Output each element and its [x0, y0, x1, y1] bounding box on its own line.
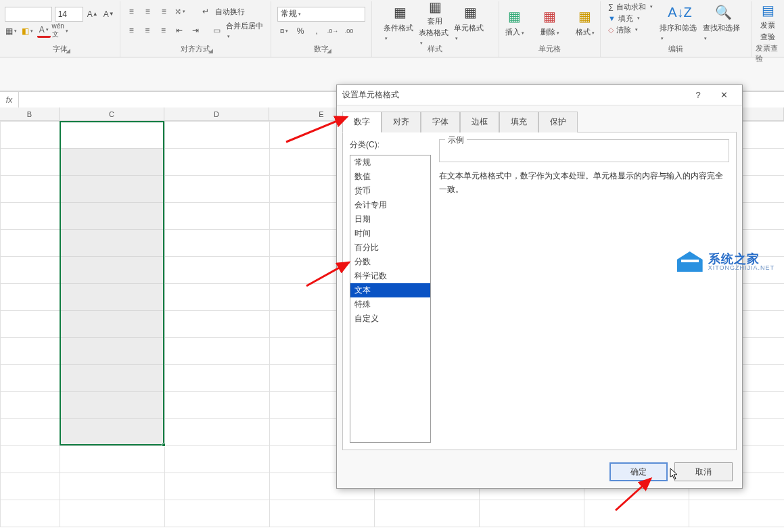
- font-color-icon[interactable]: A: [37, 24, 51, 38]
- group-editing: ∑自动求和 ▼填充 ◇清除 A↓Z排序和筛选 🔍查找和选择 编辑: [601, 1, 752, 57]
- format-cells-dialog: 设置单元格格式 ? ✕ 数字 对齐 字体 边框 填充 保护 分类(C): 常规数…: [336, 84, 743, 489]
- sort-filter-icon: A↓Z: [670, 3, 689, 22]
- autosum-button[interactable]: ∑自动求和: [608, 2, 657, 12]
- comma-icon[interactable]: ,: [310, 24, 323, 38]
- help-icon[interactable]: ?: [685, 85, 711, 105]
- category-item[interactable]: 货币: [350, 184, 430, 198]
- tab-protection[interactable]: 保护: [538, 112, 578, 132]
- insert-icon: ▦: [505, 7, 524, 26]
- tab-fill[interactable]: 填充: [499, 112, 538, 132]
- fx-icon[interactable]: fx: [0, 92, 19, 107]
- format-icon: ▦: [576, 7, 595, 26]
- group-styles: ▦条件格式 ▦套用表格格式 ▦单元格式 样式: [372, 1, 499, 57]
- align-bottom-icon[interactable]: ≡: [157, 5, 170, 18]
- format-button[interactable]: ▦格式: [569, 2, 601, 43]
- close-icon[interactable]: ✕: [711, 85, 737, 105]
- category-item[interactable]: 分数: [350, 255, 430, 269]
- align-top-icon[interactable]: ≡: [124, 5, 138, 18]
- cell-styles-button[interactable]: ▦单元格式: [454, 2, 486, 43]
- alignment-group-label: 对齐方式: [181, 45, 210, 53]
- ok-button[interactable]: 确定: [609, 462, 668, 481]
- tab-border[interactable]: 边框: [460, 112, 499, 132]
- merge-center-icon[interactable]: ▭: [210, 24, 224, 37]
- category-item[interactable]: 自定义: [350, 312, 430, 326]
- wrap-text-icon[interactable]: ↵: [199, 5, 212, 18]
- sort-filter-button[interactable]: A↓Z排序和筛选: [660, 2, 700, 43]
- category-item[interactable]: 日期: [350, 212, 430, 226]
- align-right-icon[interactable]: ≡: [157, 24, 170, 37]
- find-select-button[interactable]: 🔍查找和选择: [703, 2, 743, 43]
- align-middle-icon[interactable]: ≡: [141, 5, 154, 18]
- group-invoice: ▤发票查验 发票查验: [752, 1, 784, 57]
- group-number: 常规 ¤ % , .0→ .00 数字◢: [271, 1, 372, 57]
- category-item[interactable]: 数值: [350, 170, 430, 184]
- number-format-combo[interactable]: 常规: [277, 7, 365, 22]
- category-item[interactable]: 常规: [350, 155, 430, 170]
- table-format-button[interactable]: ▦套用表格格式: [419, 2, 451, 43]
- tab-number[interactable]: 数字: [342, 112, 382, 132]
- fill-button[interactable]: ▼填充: [608, 14, 657, 24]
- category-item[interactable]: 文本: [350, 283, 430, 297]
- category-item[interactable]: 会计专用: [350, 198, 430, 212]
- align-center-icon[interactable]: ≡: [141, 24, 154, 37]
- align-left-icon[interactable]: ≡: [124, 24, 138, 37]
- fill-color-icon[interactable]: ◧: [21, 24, 34, 38]
- font-name-combo[interactable]: [5, 7, 52, 22]
- increase-decimal-icon[interactable]: .0→: [326, 24, 340, 38]
- cells-group-label: 单元格: [538, 43, 561, 55]
- merge-center-label[interactable]: 合并后居中: [226, 21, 267, 39]
- phonetic-icon[interactable]: wén文: [53, 24, 67, 38]
- conditional-format-button[interactable]: ▦条件格式: [384, 2, 416, 43]
- ribbon: 14 A▲ A▼ ▦ ◧ A wén文 字体◢ ≡ ≡ ≡ ⤭ ↵ 自动换行: [0, 0, 784, 57]
- decrease-font-icon[interactable]: A▼: [102, 7, 116, 21]
- group-cells: ▦插入 ▦删除 ▦格式 单元格: [499, 1, 601, 57]
- dialog-tabs: 数字 对齐 字体 边框 填充 保护: [337, 105, 742, 132]
- alignment-dialog-launcher-icon[interactable]: ◢: [208, 47, 213, 54]
- invoice-check-button[interactable]: ▤发票查验: [754, 1, 781, 42]
- col-head-D[interactable]: D: [164, 107, 269, 120]
- cancel-button[interactable]: 取消: [674, 462, 733, 481]
- category-item[interactable]: 时间: [350, 226, 430, 241]
- orientation-icon[interactable]: ⤭: [173, 5, 187, 18]
- percent-icon[interactable]: %: [294, 24, 307, 38]
- dialog-body: 分类(C): 常规数值货币会计专用日期时间百分比分数科学记数文本特殊自定义 示例…: [342, 132, 737, 450]
- increase-font-icon[interactable]: A▲: [86, 7, 99, 21]
- invoice-icon: ▤: [758, 1, 777, 19]
- insert-button[interactable]: ▦插入: [499, 2, 531, 43]
- styles-group-label: 样式: [428, 43, 442, 55]
- sample-box: 示例: [439, 139, 729, 162]
- clear-button[interactable]: ◇清除: [608, 25, 657, 35]
- find-icon: 🔍: [714, 3, 733, 22]
- active-cell: [61, 122, 163, 148]
- editing-group-label: 编辑: [668, 43, 683, 55]
- category-list[interactable]: 常规数值货币会计专用日期时间百分比分数科学记数文本特殊自定义: [350, 155, 431, 443]
- dialog-titlebar[interactable]: 设置单元格格式 ? ✕: [337, 85, 742, 105]
- tab-alignment[interactable]: 对齐: [382, 112, 421, 132]
- font-size-combo[interactable]: 14: [55, 7, 83, 22]
- category-item[interactable]: 特殊: [350, 297, 430, 312]
- accounting-format-icon[interactable]: ¤: [277, 24, 291, 38]
- number-dialog-launcher-icon[interactable]: ◢: [327, 47, 331, 54]
- category-item[interactable]: 百分比: [350, 241, 430, 255]
- category-label: 分类(C):: [350, 139, 431, 151]
- border-icon[interactable]: ▦: [5, 24, 18, 38]
- font-dialog-launcher-icon[interactable]: ◢: [66, 47, 70, 54]
- increase-indent-icon[interactable]: ⇥: [189, 24, 202, 37]
- delete-button[interactable]: ▦删除: [534, 2, 566, 43]
- decrease-indent-icon[interactable]: ⇤: [172, 24, 186, 37]
- fill-handle[interactable]: [162, 443, 166, 447]
- decrease-decimal-icon[interactable]: .00: [342, 24, 356, 38]
- delete-icon: ▦: [540, 7, 559, 26]
- tab-font[interactable]: 字体: [421, 112, 460, 132]
- selection-rect: [60, 121, 164, 445]
- fill-down-icon: ▼: [608, 14, 616, 22]
- col-head-C[interactable]: C: [60, 107, 164, 120]
- col-head-B[interactable]: B: [0, 107, 60, 120]
- invoice-group-label: 发票查验: [756, 42, 780, 65]
- eraser-icon: ◇: [608, 26, 614, 34]
- group-alignment: ≡ ≡ ≡ ⤭ ↵ 自动换行 ≡ ≡ ≡ ⇤ ⇥ ▭ 合并后居中 对齐方式◢: [120, 1, 271, 57]
- group-font: 14 A▲ A▼ ▦ ◧ A wén文 字体◢: [0, 1, 120, 57]
- wrap-text-label[interactable]: 自动换行: [215, 7, 245, 17]
- table-format-icon: ▦: [425, 0, 444, 15]
- category-item[interactable]: 科学记数: [350, 269, 430, 283]
